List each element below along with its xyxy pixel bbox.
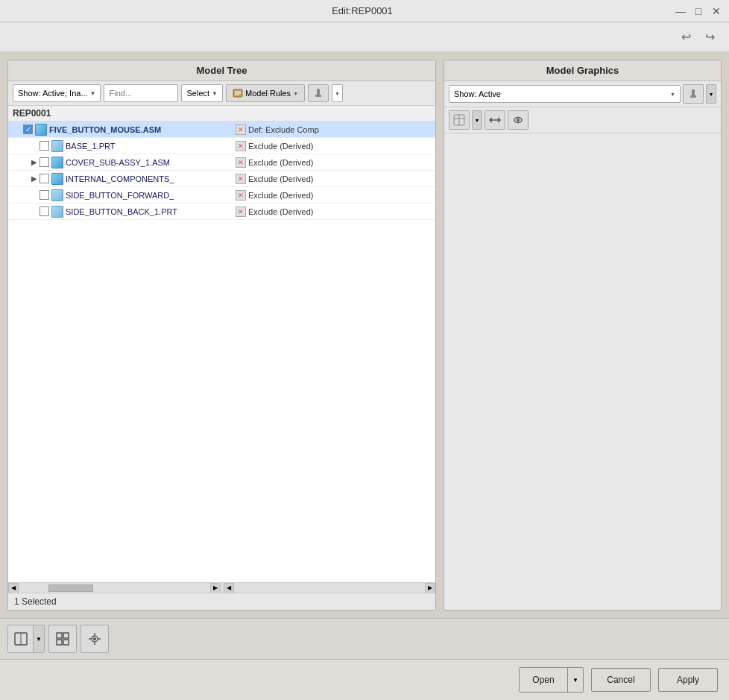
node-label: BASE_1.PRT bbox=[66, 142, 115, 151]
row-status: ✕ Exclude (Derived) bbox=[236, 141, 435, 151]
component-icon bbox=[56, 632, 69, 646]
scrollbar-thumb[interactable] bbox=[48, 584, 93, 592]
view-mode-main[interactable] bbox=[8, 625, 34, 652]
tree-row[interactable]: ▶ INTERNAL_COMPONENTS_ ✕ Exclude (Derive… bbox=[8, 171, 435, 187]
exclude-icon: ✕ bbox=[236, 124, 246, 135]
svg-rect-6 bbox=[692, 89, 695, 96]
scroll-left[interactable]: ◀ bbox=[8, 583, 19, 593]
component-mode-btn[interactable] bbox=[48, 625, 77, 653]
graphics-tool-split-arrow[interactable]: ▼ bbox=[707, 85, 716, 103]
select-dropdown[interactable]: Select ▼ bbox=[181, 84, 223, 102]
open-button[interactable]: Open bbox=[520, 668, 568, 692]
view-table-icon[interactable] bbox=[449, 110, 470, 130]
prt-icon bbox=[51, 206, 63, 218]
model-rules-arrow: ▼ bbox=[293, 91, 298, 96]
expander[interactable]: ▶ bbox=[29, 157, 40, 168]
scroll-left2[interactable]: ◀ bbox=[224, 583, 234, 593]
find-input[interactable] bbox=[104, 84, 178, 102]
graphics-show-dropdown[interactable]: Show: Active ▼ bbox=[449, 85, 681, 103]
tree-row[interactable]: ✓ FIVE_BUTTON_MOUSE.ASM ✕ Def: Exclude C… bbox=[8, 122, 435, 138]
tree-toolbar: Show: Active; Ina... ▼ Select ▼ Model Ru… bbox=[8, 81, 435, 106]
view-table-split-arrow[interactable]: ▼ bbox=[473, 111, 482, 129]
model-graphics-panel: Model Graphics Show: Active ▼ ▼ bbox=[444, 60, 722, 611]
expander[interactable] bbox=[29, 141, 40, 151]
model-tree-panel: Model Tree Show: Active; Ina... ▼ Select… bbox=[7, 60, 436, 611]
model-rules-button[interactable]: Model Rules ▼ bbox=[226, 84, 305, 102]
row-checkbox[interactable] bbox=[40, 157, 49, 167]
row-checkbox[interactable] bbox=[40, 206, 49, 216]
graphics-show-arrow: ▼ bbox=[670, 92, 675, 97]
svg-rect-16 bbox=[57, 633, 62, 638]
settings-btn[interactable] bbox=[81, 625, 109, 653]
eye-svg bbox=[512, 115, 524, 125]
expander[interactable] bbox=[29, 206, 40, 217]
asm-icon bbox=[51, 173, 63, 185]
node-label: INTERNAL_COMPONENTS_ bbox=[66, 174, 174, 183]
horizontal-scrollbar[interactable]: ◀ ▶ ◀ ▶ bbox=[8, 582, 435, 593]
asm-icon bbox=[51, 157, 63, 168]
row-status: ✕ Exclude (Derived) bbox=[236, 174, 435, 184]
tree-row[interactable]: SIDE_BUTTON_BACK_1.PRT ✕ Exclude (Derive… bbox=[8, 204, 435, 220]
selected-count: 1 Selected bbox=[8, 593, 435, 610]
close-button[interactable]: ✕ bbox=[710, 4, 723, 18]
tree-header: REP0001 bbox=[8, 106, 435, 122]
main-area: Model Tree Show: Active; Ina... ▼ Select… bbox=[0, 52, 729, 618]
tree-row[interactable]: BASE_1.PRT ✕ Exclude (Derived) bbox=[8, 138, 435, 154]
view-mode-split: ▼ bbox=[7, 625, 45, 653]
tree-col-name: REP0001 bbox=[13, 108, 240, 119]
settings-icon bbox=[88, 632, 101, 646]
svg-rect-7 bbox=[690, 95, 696, 98]
view-mode-arrow[interactable]: ▼ bbox=[34, 625, 44, 652]
redo-button[interactable]: ↪ bbox=[699, 27, 720, 48]
graphics-tool-button[interactable] bbox=[683, 84, 704, 104]
scrollbar-track[interactable] bbox=[19, 584, 210, 592]
scroll-right2[interactable]: ▶ bbox=[425, 583, 435, 593]
open-dropdown-arrow[interactable]: ▼ bbox=[568, 668, 583, 692]
scrollbar-track2[interactable] bbox=[234, 584, 426, 592]
row-checkbox[interactable] bbox=[40, 141, 49, 151]
row-checkbox[interactable]: ✓ bbox=[23, 124, 33, 134]
svg-rect-4 bbox=[317, 89, 320, 95]
row-status: ✕ Def: Exclude Comp bbox=[236, 124, 435, 135]
tree-content[interactable]: REP0001 ✓ FIVE_BUTTON_MOUSE.ASM ✕ Def: E… bbox=[8, 106, 435, 582]
exclude-icon: ✕ bbox=[236, 157, 246, 168]
show-dropdown-label: Show: Active; Ina... bbox=[18, 89, 88, 98]
cancel-button[interactable]: Cancel bbox=[591, 668, 651, 692]
wrench-icon bbox=[688, 89, 698, 99]
node-label: COVER_SUB-ASSY_1.ASM bbox=[66, 158, 170, 167]
view-table-svg bbox=[453, 114, 465, 126]
view-mode-icon bbox=[14, 632, 28, 646]
prt-icon bbox=[51, 140, 63, 152]
graphics-icon-toolbar: ▼ bbox=[444, 107, 721, 133]
show-dropdown-arrow: ▼ bbox=[90, 90, 96, 97]
exclude-icon: ✕ bbox=[236, 174, 246, 184]
visibility-icon-btn[interactable] bbox=[508, 110, 528, 130]
tree-row[interactable]: SIDE_BUTTON_FORWARD_ ✕ Exclude (Derived) bbox=[8, 187, 435, 204]
open-split-button: Open ▼ bbox=[519, 667, 584, 693]
window-controls: — □ ✕ bbox=[674, 4, 723, 18]
expander[interactable]: ▶ bbox=[29, 174, 40, 184]
svg-point-21 bbox=[93, 637, 96, 640]
row-checkbox[interactable] bbox=[40, 174, 49, 183]
scroll-right[interactable]: ▶ bbox=[210, 583, 221, 593]
model-tree-title: Model Tree bbox=[8, 60, 435, 81]
undo-button[interactable]: ↩ bbox=[675, 27, 696, 48]
expand-icon-btn[interactable] bbox=[485, 110, 505, 130]
row-checkbox[interactable] bbox=[40, 190, 49, 200]
show-dropdown[interactable]: Show: Active; Ina... ▼ bbox=[13, 84, 101, 102]
tree-row[interactable]: ▶ COVER_SUB-ASSY_1.ASM ✕ Exclude (Derive… bbox=[8, 154, 435, 171]
select-label: Select bbox=[186, 89, 209, 98]
apply-button[interactable]: Apply bbox=[658, 668, 718, 692]
bottom-toolbar: ▼ bbox=[0, 618, 729, 659]
minimize-button[interactable]: — bbox=[674, 4, 687, 18]
expander[interactable] bbox=[29, 190, 40, 201]
graphics-viewport bbox=[444, 133, 721, 610]
asm-icon bbox=[35, 124, 47, 136]
tree-tool-dropdown[interactable]: ▼ bbox=[332, 84, 343, 102]
tree-tool-button[interactable] bbox=[308, 84, 329, 102]
node-label: FIVE_BUTTON_MOUSE.ASM bbox=[49, 125, 161, 134]
view-table-split: ▼ bbox=[472, 110, 482, 130]
title-bar: Edit:REP0001 — □ ✕ bbox=[0, 0, 729, 22]
expander[interactable] bbox=[13, 124, 23, 135]
maximize-button[interactable]: □ bbox=[692, 4, 705, 18]
